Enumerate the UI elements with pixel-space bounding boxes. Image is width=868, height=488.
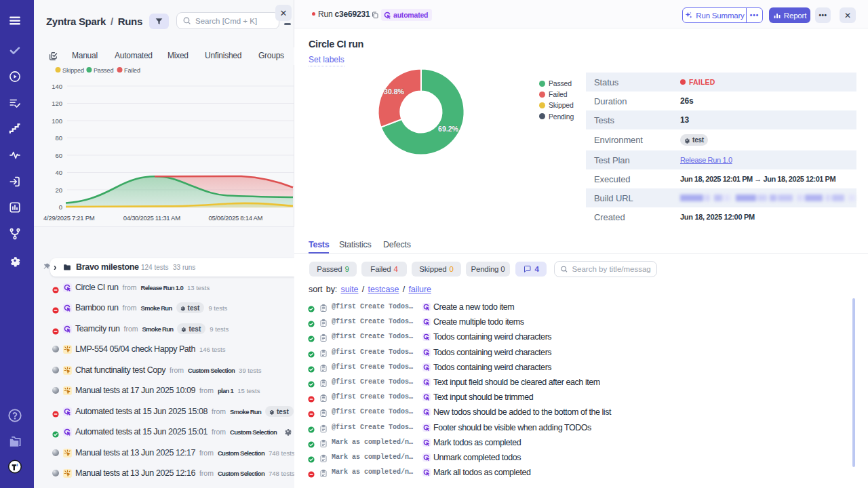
svg-text:Skipped: Skipped bbox=[62, 67, 84, 74]
svg-text:Failed: Failed bbox=[124, 67, 140, 74]
svg-text:120: 120 bbox=[52, 100, 62, 107]
svg-text:30.8%: 30.8% bbox=[384, 87, 404, 96]
svg-text:20: 20 bbox=[55, 186, 62, 194]
svg-text:Passed: Passed bbox=[94, 67, 114, 74]
svg-text:04/30/2025 11:31 AM: 04/30/2025 11:31 AM bbox=[123, 214, 180, 222]
svg-text:4/29/2025 7:21 PM: 4/29/2025 7:21 PM bbox=[43, 214, 95, 222]
svg-text:140: 140 bbox=[52, 83, 62, 90]
svg-text:69.2%: 69.2% bbox=[438, 125, 458, 133]
svg-text:100: 100 bbox=[52, 117, 62, 125]
svg-text:40: 40 bbox=[55, 169, 62, 176]
svg-text:60: 60 bbox=[55, 152, 62, 159]
svg-text:05/06/2025 8:14 AM: 05/06/2025 8:14 AM bbox=[208, 214, 262, 222]
svg-text:80: 80 bbox=[55, 134, 62, 142]
svg-text:0: 0 bbox=[59, 203, 62, 211]
